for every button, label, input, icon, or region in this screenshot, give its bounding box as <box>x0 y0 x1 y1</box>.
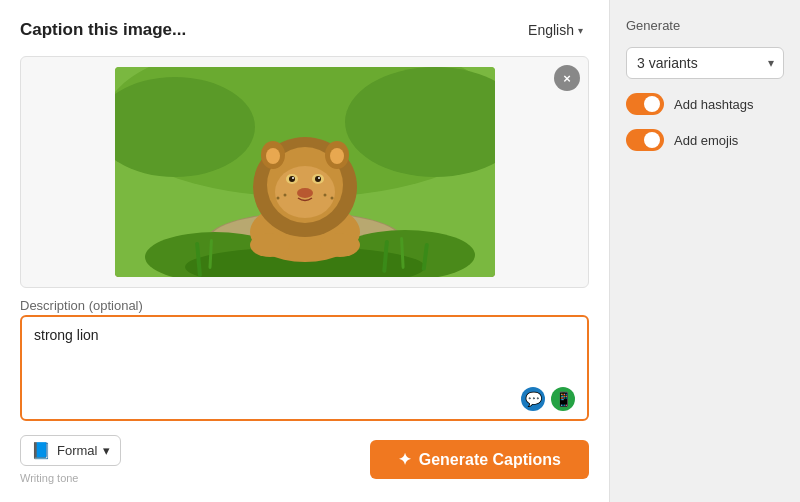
remove-image-button[interactable]: × <box>554 65 580 91</box>
generate-captions-button[interactable]: ✦ Generate Captions <box>370 440 589 479</box>
sidebar: Generate 3 variants 1 variant 2 variants… <box>610 0 800 502</box>
svg-point-22 <box>292 177 294 179</box>
svg-point-30 <box>320 233 360 257</box>
tone-chevron-icon: ▾ <box>103 443 110 458</box>
tone-wrapper: 📘 Formal ▾ Writing tone <box>20 435 121 484</box>
svg-point-24 <box>297 188 313 198</box>
tone-label: Formal <box>57 443 97 458</box>
variants-select-wrapper: 3 variants 1 variant 2 variants 4 varian… <box>626 47 784 79</box>
svg-point-26 <box>276 197 279 200</box>
svg-point-15 <box>266 148 280 164</box>
main-panel: Caption this image... English ▾ <box>0 0 610 502</box>
writing-tone-hint: Writing tone <box>20 472 121 484</box>
language-selector[interactable]: English ▾ <box>522 18 589 42</box>
svg-point-25 <box>283 194 286 197</box>
image-upload-area[interactable]: × <box>20 56 589 288</box>
whatsapp-icon[interactable]: 📱 <box>551 387 575 411</box>
generate-captions-label: Generate Captions <box>419 451 561 469</box>
chat-icon[interactable]: 💬 <box>521 387 545 411</box>
svg-point-23 <box>318 177 320 179</box>
bottom-row: 📘 Formal ▾ Writing tone ✦ Generate Capti… <box>20 435 589 484</box>
add-hashtags-row: Add hashtags <box>626 93 784 115</box>
emojis-toggle[interactable] <box>626 129 664 151</box>
svg-point-21 <box>315 176 321 182</box>
page-title: Caption this image... <box>20 20 186 40</box>
tone-icon: 📘 <box>31 441 51 460</box>
header-row: Caption this image... English ▾ <box>20 18 589 42</box>
svg-point-29 <box>250 233 290 257</box>
description-input[interactable] <box>34 327 575 379</box>
hashtags-toggle[interactable] <box>626 93 664 115</box>
tone-selector-button[interactable]: 📘 Formal ▾ <box>20 435 121 466</box>
add-emojis-label: Add emojis <box>674 133 738 148</box>
chevron-down-icon: ▾ <box>578 25 583 36</box>
description-label: Description (optional) <box>20 298 589 313</box>
app-container: Caption this image... English ▾ <box>0 0 800 502</box>
add-hashtags-label: Add hashtags <box>674 97 754 112</box>
svg-point-20 <box>289 176 295 182</box>
textarea-icons: 💬 📱 <box>34 387 575 411</box>
stars-icon: ✦ <box>398 450 411 469</box>
uploaded-image <box>115 67 495 277</box>
svg-point-28 <box>330 197 333 200</box>
language-label: English <box>528 22 574 38</box>
description-section: Description (optional) 💬 📱 <box>20 298 589 421</box>
generate-sidebar-label: Generate <box>626 18 784 33</box>
svg-point-16 <box>330 148 344 164</box>
add-emojis-row: Add emojis <box>626 129 784 151</box>
description-textarea-wrapper: 💬 📱 <box>20 315 589 421</box>
variants-select[interactable]: 3 variants 1 variant 2 variants 4 varian… <box>626 47 784 79</box>
svg-point-27 <box>323 194 326 197</box>
